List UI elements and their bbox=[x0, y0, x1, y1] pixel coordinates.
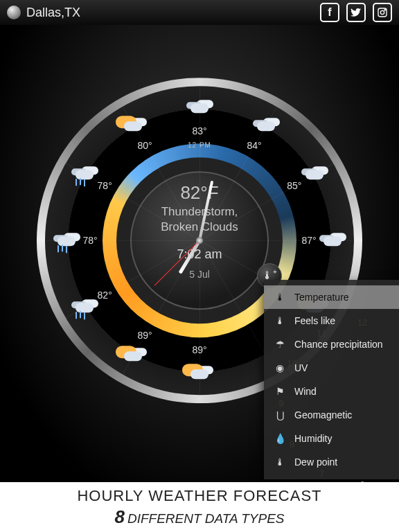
caption-bar: HOURLY WEATHER FORECAST 8DIFFERENT DATA … bbox=[0, 482, 399, 532]
hourly-weather-icon bbox=[318, 231, 347, 250]
menu-item-label: Chance precipitation bbox=[294, 339, 383, 350]
menu-item[interactable]: 🌡Dew point bbox=[264, 450, 399, 474]
svg-point-2 bbox=[384, 10, 385, 10]
caption-line-2: 8DIFFERENT DATA TYPES bbox=[114, 506, 284, 528]
menu-item[interactable]: ⋃Geomagnetic bbox=[264, 403, 399, 427]
menu-item-icon: 💧 bbox=[274, 432, 286, 445]
menu-item[interactable]: 🌡Feels like bbox=[264, 309, 399, 332]
menu-item-label: Humidity bbox=[294, 433, 332, 444]
hourly-weather-icon bbox=[185, 364, 214, 383]
globe-icon[interactable] bbox=[7, 6, 21, 19]
top-bar: Dallas,TX f bbox=[0, 0, 399, 25]
hourly-weather-icon bbox=[52, 231, 81, 250]
hourly-weather-icon bbox=[70, 297, 99, 317]
hourly-temp: 78° bbox=[82, 235, 97, 246]
menu-item-icon: ☂ bbox=[274, 338, 286, 351]
hourly-temp: 78° bbox=[98, 180, 112, 191]
hourly-temp: 87° bbox=[301, 235, 316, 246]
menu-item-icon: 🌡 bbox=[274, 456, 286, 468]
hourly-weather-icon bbox=[118, 116, 148, 135]
hourly-weather-icon bbox=[300, 164, 329, 184]
weather-stage: 121234567891011 83°84°85°87°89°89°82°78°… bbox=[0, 25, 399, 482]
menu-item-label: Wind bbox=[294, 386, 317, 397]
location-label[interactable]: Dallas,TX bbox=[26, 6, 80, 20]
menu-item-icon: ◉ bbox=[274, 362, 286, 374]
twitter-icon[interactable] bbox=[346, 3, 366, 22]
noon-label: 12 PM bbox=[188, 141, 211, 149]
instagram-icon[interactable] bbox=[373, 3, 392, 22]
menu-item-label: Feels like bbox=[294, 315, 335, 326]
current-date: 5 Jul bbox=[161, 269, 238, 280]
hourly-temp: 82° bbox=[98, 290, 112, 301]
menu-item-label: Geomagnetic bbox=[294, 409, 352, 420]
hourly-temp: 83° bbox=[192, 125, 206, 136]
hourly-weather-icon bbox=[70, 164, 99, 184]
caption-line-1: HOURLY WEATHER FORECAST bbox=[77, 487, 321, 505]
hourly-temp: 85° bbox=[287, 180, 301, 191]
menu-item-label: UV bbox=[294, 362, 308, 373]
hourly-temp: 89° bbox=[192, 344, 206, 355]
menu-item-label: Temperature bbox=[294, 292, 349, 303]
hourly-weather-icon bbox=[118, 346, 148, 365]
hourly-temp: 89° bbox=[137, 330, 152, 341]
menu-item[interactable]: ◉UV bbox=[264, 356, 399, 380]
menu-item-icon: 🌡 bbox=[274, 291, 286, 303]
svg-point-1 bbox=[380, 10, 384, 14]
hourly-weather-icon bbox=[185, 98, 214, 117]
hourly-weather-icon bbox=[251, 116, 281, 135]
current-cond-1: Thunderstorm, bbox=[161, 205, 238, 219]
hourly-temp: 84° bbox=[247, 140, 261, 151]
facebook-icon[interactable]: f bbox=[320, 3, 339, 22]
center-pin bbox=[196, 237, 203, 244]
menu-item[interactable]: 🌡Temperature bbox=[264, 285, 399, 309]
menu-item-icon: 🌡 bbox=[274, 314, 286, 327]
hourly-temp: 80° bbox=[137, 140, 152, 151]
menu-item-label: Dew point bbox=[294, 456, 337, 468]
current-temp: 82°F bbox=[161, 182, 238, 204]
menu-item[interactable]: ⚑Wind bbox=[264, 380, 399, 403]
current-time: 7:02 am bbox=[161, 247, 238, 262]
menu-item-icon: ⚑ bbox=[274, 385, 286, 398]
menu-item[interactable]: ☂Chance precipitation bbox=[264, 332, 399, 356]
menu-item[interactable]: 💧Humidity bbox=[264, 427, 399, 450]
data-type-menu: 🌡Temperature🌡Feels like☂Chance precipita… bbox=[264, 280, 399, 479]
menu-item-icon: ⋃ bbox=[274, 409, 286, 421]
